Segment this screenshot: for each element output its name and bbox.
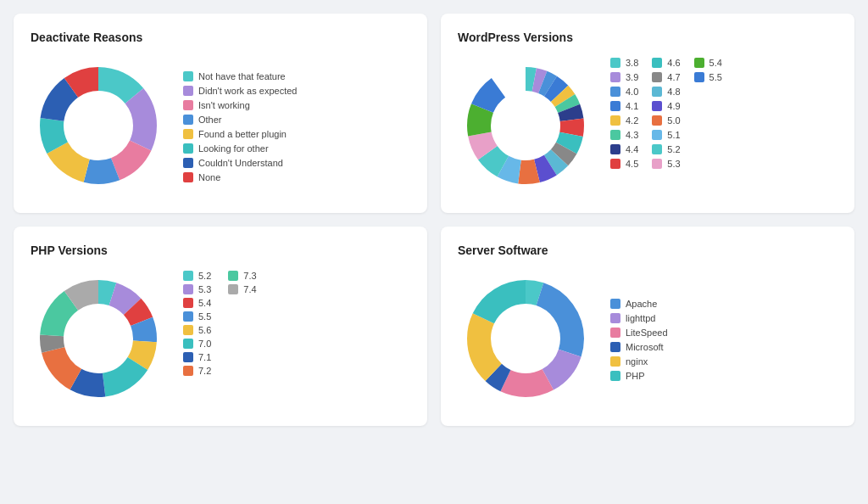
php-title: PHP Versions [31,244,410,257]
wp-legend-45: 4.5 [610,159,638,169]
wp-legend-50: 5.0 [652,115,680,126]
php-legend-74: 7.4 [228,284,256,294]
server-donut [458,271,593,409]
php-legend-55: 5.5 [183,311,211,322]
wp-legend-54: 5.4 [694,58,722,68]
wp-legend-48: 4.8 [652,87,680,97]
server-legend-litespeed: LiteSpeed [610,328,668,338]
svg-point-8 [66,93,131,158]
php-legend-56: 5.6 [183,325,211,335]
server-legend-php: PHP [610,371,668,381]
php-card: PHP Versions [14,227,427,426]
server-legend-nginx: nginx [610,356,668,367]
legend-label-1: Didn't work as expected [198,86,297,96]
server-legend-microsoft: Microsoft [610,342,668,352]
deactivate-card: Deactivate Reasons [14,14,427,213]
wp-legend-52: 5.2 [652,144,680,154]
dashboard-grid: Deactivate Reasons [14,14,854,426]
swatch-6 [183,158,193,168]
wp-legend-39: 3.9 [610,72,638,82]
wp-legend-41: 4.1 [610,101,638,111]
svg-point-47 [493,306,558,371]
legend-item-0: Not have that feature [183,71,297,81]
wordpress-title: WordPress Versions [458,31,837,44]
deactivate-donut [31,58,166,196]
legend-label-0: Not have that feature [198,71,286,81]
swatch-5 [183,143,193,154]
swatch-3 [183,115,193,125]
svg-point-27 [493,93,558,158]
legend-label-4: Found a better plugin [198,129,287,139]
wordpress-card: WordPress Versions [441,14,854,213]
wordpress-donut [458,58,593,196]
swatch-7 [183,172,193,182]
php-donut [31,271,166,409]
wp-legend-51: 5.1 [652,130,680,140]
swatch-0 [183,71,193,81]
wp-legend-47: 4.7 [652,72,680,82]
php-legend-72: 7.2 [183,366,211,376]
legend-item-3: Other [183,115,297,125]
legend-label-6: Couldn't Understand [198,158,283,168]
deactivate-chart-area: Not have that feature Didn't work as exp… [31,58,410,196]
php-legend-70: 7.0 [183,339,211,349]
server-legend-lighttpd: lighttpd [610,313,668,323]
wp-legend-46: 4.6 [652,58,680,68]
wp-legend-55: 5.5 [694,72,722,82]
legend-label-7: None [198,172,220,182]
wordpress-chart-area: 3.8 3.9 4.0 4.1 4.2 4.3 4.4 4.5 4.6 4.7 … [458,58,837,196]
swatch-2 [183,100,193,110]
wp-legend-43: 4.3 [610,130,638,140]
deactivate-title: Deactivate Reasons [31,31,410,44]
swatch-4 [183,129,193,139]
wordpress-legend: 3.8 3.9 4.0 4.1 4.2 4.3 4.4 4.5 4.6 4.7 … [610,58,722,169]
wp-legend-40: 4.0 [610,87,638,97]
php-legend-73: 7.3 [228,271,256,281]
php-legend: 5.2 7.3 5.3 7.4 5.4 5.5 5.6 7.0 7.1 7.2 [183,271,257,376]
wp-legend-53: 5.3 [652,159,680,169]
wp-legend-42: 4.2 [610,115,638,126]
php-legend-71: 7.1 [183,352,211,362]
swatch-1 [183,86,193,96]
php-legend-53: 5.3 [183,284,211,294]
legend-item-7: None [183,172,297,182]
server-title: Server Software [458,244,837,257]
php-chart-area: 5.2 7.3 5.3 7.4 5.4 5.5 5.6 7.0 7.1 7.2 [31,271,410,409]
legend-item-4: Found a better plugin [183,129,297,139]
wp-legend-44: 4.4 [610,144,638,154]
legend-item-2: Isn't working [183,100,297,110]
legend-label-3: Other [198,115,222,125]
legend-item-6: Couldn't Understand [183,158,297,168]
legend-label-5: Looking for other [198,143,269,154]
server-card: Server Software Apache [441,227,854,426]
server-legend-apache: Apache [610,299,668,309]
php-legend-54: 5.4 [183,298,211,308]
legend-item-5: Looking for other [183,143,297,154]
server-chart-area: Apache lighttpd LiteSpeed Microsoft ngin… [458,271,837,409]
php-legend-52: 5.2 [183,271,211,281]
svg-point-39 [66,306,131,371]
wp-legend-49: 4.9 [652,101,680,111]
deactivate-legend: Not have that feature Didn't work as exp… [183,71,297,182]
server-legend: Apache lighttpd LiteSpeed Microsoft ngin… [610,299,668,381]
legend-item-1: Didn't work as expected [183,86,297,96]
legend-label-2: Isn't working [198,100,250,110]
wp-legend-38: 3.8 [610,58,638,68]
